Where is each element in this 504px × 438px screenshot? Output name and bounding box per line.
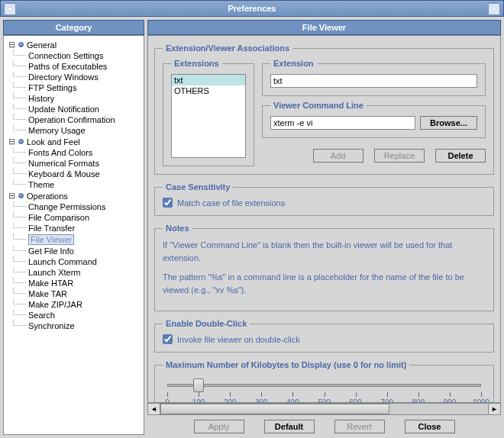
viewer-command-legend: Viewer Command Line bbox=[270, 101, 367, 110]
double-click-row[interactable]: Invoke file viewer on double-click bbox=[163, 334, 486, 344]
tree-item[interactable]: FTP Settings bbox=[5, 82, 142, 93]
expand-toggle-icon[interactable]: ⊟ bbox=[8, 40, 15, 50]
double-click-group: Enable Double-Click Invoke file viewer o… bbox=[154, 319, 494, 353]
tree-item[interactable]: Memory Usage bbox=[5, 125, 142, 136]
tree-item[interactable]: File Transfer bbox=[5, 223, 142, 233]
tree-item[interactable]: Get File Info bbox=[5, 246, 142, 256]
category-dot-icon bbox=[18, 139, 24, 144]
browse-button[interactable]: Browse... bbox=[420, 116, 477, 130]
revert-button[interactable]: Revert bbox=[334, 420, 385, 433]
category-tree[interactable]: ⊟GeneralConnection SettingsPaths of Exec… bbox=[3, 35, 144, 435]
settings-content: Extension/Viewer Associations Extensions… bbox=[147, 35, 501, 403]
category-dot-icon bbox=[18, 42, 24, 47]
tree-item[interactable]: File Comparison bbox=[5, 212, 142, 223]
settings-header: File Viewer bbox=[147, 20, 501, 35]
double-click-legend: Enable Double-Click bbox=[163, 319, 250, 328]
category-dot-icon bbox=[18, 193, 24, 198]
tree-item[interactable]: Update Notification bbox=[5, 104, 142, 114]
category-panel: Category ⊟GeneralConnection SettingsPath… bbox=[3, 20, 144, 435]
extension-field-legend: Extension bbox=[270, 59, 317, 68]
replace-button[interactable]: Replace bbox=[374, 149, 425, 163]
extension-input[interactable] bbox=[270, 74, 477, 88]
tree-item[interactable]: Launch Command bbox=[5, 256, 142, 267]
horizontal-scrollbar[interactable]: ◄ ► bbox=[147, 403, 501, 415]
default-button[interactable]: Default bbox=[264, 420, 315, 433]
max-kb-slider[interactable] bbox=[167, 378, 481, 392]
category-header: Category bbox=[3, 20, 144, 35]
double-click-checkbox[interactable] bbox=[163, 334, 173, 344]
extension-item[interactable]: txt bbox=[172, 75, 245, 85]
match-case-checkbox[interactable] bbox=[163, 198, 173, 208]
double-click-label: Invoke file viewer on double-click bbox=[177, 335, 300, 344]
tree-category[interactable]: ⊟Operations bbox=[5, 190, 142, 201]
case-sensitivity-legend: Case Sensitivity bbox=[163, 182, 233, 192]
settings-panel: File Viewer Extension/Viewer Association… bbox=[147, 20, 501, 435]
viewer-command-group: Viewer Command Line Browse... bbox=[262, 101, 486, 138]
expand-toggle-icon[interactable]: ⊟ bbox=[8, 137, 15, 147]
extension-associations-group: Extension/Viewer Associations Extensions… bbox=[154, 43, 494, 175]
tree-item[interactable]: Make HTAR bbox=[5, 278, 142, 288]
delete-button[interactable]: Delete bbox=[435, 149, 486, 163]
match-case-row[interactable]: Match case of file extensions bbox=[163, 198, 486, 208]
case-sensitivity-group: Case Sensitivity Match case of file exte… bbox=[154, 182, 494, 216]
extensions-list-legend: Extensions bbox=[171, 59, 222, 68]
extension-field-group: Extension bbox=[262, 59, 486, 96]
tree-item[interactable]: Connection Settings bbox=[5, 50, 142, 61]
tree-item[interactable]: Paths of Executables bbox=[5, 61, 142, 72]
tree-item[interactable]: Launch Xterm bbox=[5, 267, 142, 278]
match-case-label: Match case of file extensions bbox=[177, 198, 285, 208]
extensions-listbox[interactable]: txtOTHERS bbox=[171, 74, 246, 158]
tree-item[interactable]: Synchronize bbox=[5, 320, 142, 331]
notes-p2: The pattern "%s" in a command line is a … bbox=[163, 271, 486, 297]
add-button[interactable]: Add bbox=[313, 149, 363, 163]
tree-item[interactable]: Operation Confirmation bbox=[5, 114, 142, 125]
expand-toggle-icon[interactable]: ⊟ bbox=[8, 191, 15, 201]
viewer-command-input[interactable] bbox=[270, 116, 415, 130]
titlebar: – Preferences ▫ bbox=[0, 0, 504, 17]
tree-item[interactable]: Make TAR bbox=[5, 288, 142, 299]
apply-button[interactable]: Apply bbox=[194, 420, 244, 433]
tree-item[interactable]: Search bbox=[5, 310, 142, 320]
window-maximize-button[interactable]: ▫ bbox=[488, 3, 500, 15]
extensions-list-group: Extensions txtOTHERS bbox=[163, 59, 254, 166]
notes-p1: If "Viewer Command Line" is blank then t… bbox=[163, 239, 486, 265]
tree-item[interactable]: Numerical Formats bbox=[5, 158, 142, 169]
tree-item[interactable]: Directory Windows bbox=[5, 72, 142, 82]
tree-item[interactable]: History bbox=[5, 93, 142, 104]
notes-legend: Notes bbox=[163, 224, 192, 233]
tree-item[interactable]: Theme bbox=[5, 179, 142, 190]
tree-category[interactable]: ⊟General bbox=[5, 39, 142, 50]
close-button[interactable]: Close bbox=[405, 420, 455, 433]
window-menu-button[interactable]: – bbox=[4, 3, 16, 15]
max-kb-group: Maximum Number of Kilobytes to Display (… bbox=[154, 360, 494, 403]
extension-associations-legend: Extension/Viewer Associations bbox=[163, 43, 292, 53]
tree-item[interactable]: File Viewer bbox=[5, 233, 142, 246]
tree-item[interactable]: Keyboard & Mouse bbox=[5, 169, 142, 179]
dialog-footer: Apply Default Revert Close bbox=[147, 415, 501, 435]
notes-group: Notes If "Viewer Command Line" is blank … bbox=[154, 224, 494, 311]
tree-category[interactable]: ⊟Look and Feel bbox=[5, 136, 142, 147]
tree-item[interactable]: Change Permissions bbox=[5, 201, 142, 212]
max-kb-legend: Maximum Number of Kilobytes to Display (… bbox=[163, 360, 409, 369]
extension-item[interactable]: OTHERS bbox=[172, 85, 245, 96]
tree-item[interactable]: Fonts And Colors bbox=[5, 147, 142, 158]
scroll-left-icon[interactable]: ◄ bbox=[148, 404, 160, 414]
tree-item[interactable]: Make ZIP/JAR bbox=[5, 299, 142, 310]
window-title: Preferences bbox=[228, 4, 276, 13]
scroll-right-icon[interactable]: ► bbox=[488, 404, 500, 414]
